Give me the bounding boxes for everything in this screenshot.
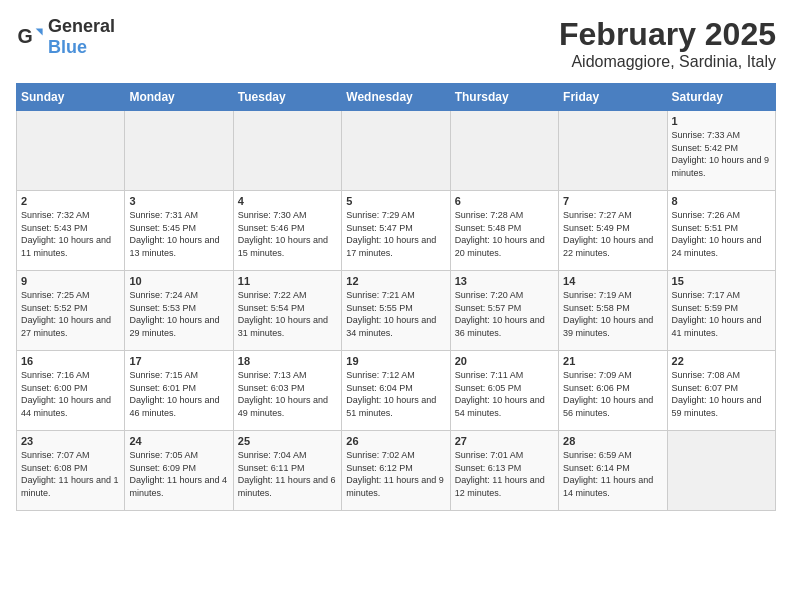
day-info: Sunrise: 7:12 AM Sunset: 6:04 PM Dayligh…	[346, 369, 445, 419]
calendar-week-row: 1Sunrise: 7:33 AM Sunset: 5:42 PM Daylig…	[17, 111, 776, 191]
day-info: Sunrise: 7:13 AM Sunset: 6:03 PM Dayligh…	[238, 369, 337, 419]
calendar-cell: 19Sunrise: 7:12 AM Sunset: 6:04 PM Dayli…	[342, 351, 450, 431]
day-info: Sunrise: 7:22 AM Sunset: 5:54 PM Dayligh…	[238, 289, 337, 339]
day-info: Sunrise: 6:59 AM Sunset: 6:14 PM Dayligh…	[563, 449, 662, 499]
day-info: Sunrise: 7:27 AM Sunset: 5:49 PM Dayligh…	[563, 209, 662, 259]
calendar-cell: 15Sunrise: 7:17 AM Sunset: 5:59 PM Dayli…	[667, 271, 775, 351]
calendar-cell: 27Sunrise: 7:01 AM Sunset: 6:13 PM Dayli…	[450, 431, 558, 511]
day-info: Sunrise: 7:04 AM Sunset: 6:11 PM Dayligh…	[238, 449, 337, 499]
day-number: 24	[129, 435, 228, 447]
calendar-cell: 12Sunrise: 7:21 AM Sunset: 5:55 PM Dayli…	[342, 271, 450, 351]
calendar-cell: 26Sunrise: 7:02 AM Sunset: 6:12 PM Dayli…	[342, 431, 450, 511]
day-info: Sunrise: 7:16 AM Sunset: 6:00 PM Dayligh…	[21, 369, 120, 419]
calendar-cell: 1Sunrise: 7:33 AM Sunset: 5:42 PM Daylig…	[667, 111, 775, 191]
calendar-cell: 9Sunrise: 7:25 AM Sunset: 5:52 PM Daylig…	[17, 271, 125, 351]
day-info: Sunrise: 7:07 AM Sunset: 6:08 PM Dayligh…	[21, 449, 120, 499]
day-number: 9	[21, 275, 120, 287]
weekday-header: Saturday	[667, 84, 775, 111]
day-info: Sunrise: 7:20 AM Sunset: 5:57 PM Dayligh…	[455, 289, 554, 339]
svg-text:G: G	[17, 25, 32, 47]
day-info: Sunrise: 7:17 AM Sunset: 5:59 PM Dayligh…	[672, 289, 771, 339]
day-number: 8	[672, 195, 771, 207]
calendar-cell: 3Sunrise: 7:31 AM Sunset: 5:45 PM Daylig…	[125, 191, 233, 271]
day-number: 1	[672, 115, 771, 127]
day-number: 16	[21, 355, 120, 367]
day-info: Sunrise: 7:05 AM Sunset: 6:09 PM Dayligh…	[129, 449, 228, 499]
logo-general: General	[48, 16, 115, 36]
day-info: Sunrise: 7:09 AM Sunset: 6:06 PM Dayligh…	[563, 369, 662, 419]
logo: G General Blue	[16, 16, 115, 58]
calendar-cell: 28Sunrise: 6:59 AM Sunset: 6:14 PM Dayli…	[559, 431, 667, 511]
calendar-cell: 6Sunrise: 7:28 AM Sunset: 5:48 PM Daylig…	[450, 191, 558, 271]
weekday-header: Sunday	[17, 84, 125, 111]
title-block: February 2025 Aidomaggiore, Sardinia, It…	[559, 16, 776, 71]
day-info: Sunrise: 7:11 AM Sunset: 6:05 PM Dayligh…	[455, 369, 554, 419]
calendar-subtitle: Aidomaggiore, Sardinia, Italy	[559, 53, 776, 71]
calendar-cell: 13Sunrise: 7:20 AM Sunset: 5:57 PM Dayli…	[450, 271, 558, 351]
day-number: 13	[455, 275, 554, 287]
calendar-cell	[342, 111, 450, 191]
calendar-cell	[125, 111, 233, 191]
calendar-week-row: 23Sunrise: 7:07 AM Sunset: 6:08 PM Dayli…	[17, 431, 776, 511]
day-number: 15	[672, 275, 771, 287]
calendar-week-row: 16Sunrise: 7:16 AM Sunset: 6:00 PM Dayli…	[17, 351, 776, 431]
calendar-cell	[17, 111, 125, 191]
day-number: 28	[563, 435, 662, 447]
header-row: SundayMondayTuesdayWednesdayThursdayFrid…	[17, 84, 776, 111]
day-info: Sunrise: 7:21 AM Sunset: 5:55 PM Dayligh…	[346, 289, 445, 339]
day-info: Sunrise: 7:24 AM Sunset: 5:53 PM Dayligh…	[129, 289, 228, 339]
day-number: 17	[129, 355, 228, 367]
svg-marker-1	[36, 29, 43, 36]
day-number: 27	[455, 435, 554, 447]
day-number: 6	[455, 195, 554, 207]
day-info: Sunrise: 7:25 AM Sunset: 5:52 PM Dayligh…	[21, 289, 120, 339]
weekday-header: Wednesday	[342, 84, 450, 111]
calendar-title: February 2025	[559, 16, 776, 53]
day-info: Sunrise: 7:32 AM Sunset: 5:43 PM Dayligh…	[21, 209, 120, 259]
calendar-table: SundayMondayTuesdayWednesdayThursdayFrid…	[16, 83, 776, 511]
calendar-cell: 2Sunrise: 7:32 AM Sunset: 5:43 PM Daylig…	[17, 191, 125, 271]
day-info: Sunrise: 7:26 AM Sunset: 5:51 PM Dayligh…	[672, 209, 771, 259]
day-number: 20	[455, 355, 554, 367]
calendar-week-row: 2Sunrise: 7:32 AM Sunset: 5:43 PM Daylig…	[17, 191, 776, 271]
calendar-cell	[559, 111, 667, 191]
day-info: Sunrise: 7:33 AM Sunset: 5:42 PM Dayligh…	[672, 129, 771, 179]
calendar-cell: 21Sunrise: 7:09 AM Sunset: 6:06 PM Dayli…	[559, 351, 667, 431]
calendar-cell: 18Sunrise: 7:13 AM Sunset: 6:03 PM Dayli…	[233, 351, 341, 431]
weekday-header: Friday	[559, 84, 667, 111]
day-number: 5	[346, 195, 445, 207]
day-info: Sunrise: 7:01 AM Sunset: 6:13 PM Dayligh…	[455, 449, 554, 499]
calendar-cell	[233, 111, 341, 191]
calendar-cell	[667, 431, 775, 511]
calendar-cell: 23Sunrise: 7:07 AM Sunset: 6:08 PM Dayli…	[17, 431, 125, 511]
day-number: 22	[672, 355, 771, 367]
day-number: 7	[563, 195, 662, 207]
day-number: 21	[563, 355, 662, 367]
calendar-cell: 5Sunrise: 7:29 AM Sunset: 5:47 PM Daylig…	[342, 191, 450, 271]
day-info: Sunrise: 7:28 AM Sunset: 5:48 PM Dayligh…	[455, 209, 554, 259]
calendar-week-row: 9Sunrise: 7:25 AM Sunset: 5:52 PM Daylig…	[17, 271, 776, 351]
day-info: Sunrise: 7:08 AM Sunset: 6:07 PM Dayligh…	[672, 369, 771, 419]
page-header: G General Blue February 2025 Aidomaggior…	[16, 16, 776, 71]
day-info: Sunrise: 7:02 AM Sunset: 6:12 PM Dayligh…	[346, 449, 445, 499]
calendar-cell: 14Sunrise: 7:19 AM Sunset: 5:58 PM Dayli…	[559, 271, 667, 351]
day-number: 19	[346, 355, 445, 367]
day-info: Sunrise: 7:31 AM Sunset: 5:45 PM Dayligh…	[129, 209, 228, 259]
weekday-header: Tuesday	[233, 84, 341, 111]
day-number: 4	[238, 195, 337, 207]
calendar-cell: 20Sunrise: 7:11 AM Sunset: 6:05 PM Dayli…	[450, 351, 558, 431]
day-number: 3	[129, 195, 228, 207]
day-number: 2	[21, 195, 120, 207]
calendar-cell: 16Sunrise: 7:16 AM Sunset: 6:00 PM Dayli…	[17, 351, 125, 431]
calendar-cell: 8Sunrise: 7:26 AM Sunset: 5:51 PM Daylig…	[667, 191, 775, 271]
day-number: 12	[346, 275, 445, 287]
day-number: 14	[563, 275, 662, 287]
logo-icon: G	[16, 23, 44, 51]
calendar-cell: 24Sunrise: 7:05 AM Sunset: 6:09 PM Dayli…	[125, 431, 233, 511]
calendar-cell: 4Sunrise: 7:30 AM Sunset: 5:46 PM Daylig…	[233, 191, 341, 271]
day-info: Sunrise: 7:15 AM Sunset: 6:01 PM Dayligh…	[129, 369, 228, 419]
day-number: 25	[238, 435, 337, 447]
day-number: 26	[346, 435, 445, 447]
day-number: 11	[238, 275, 337, 287]
day-number: 23	[21, 435, 120, 447]
